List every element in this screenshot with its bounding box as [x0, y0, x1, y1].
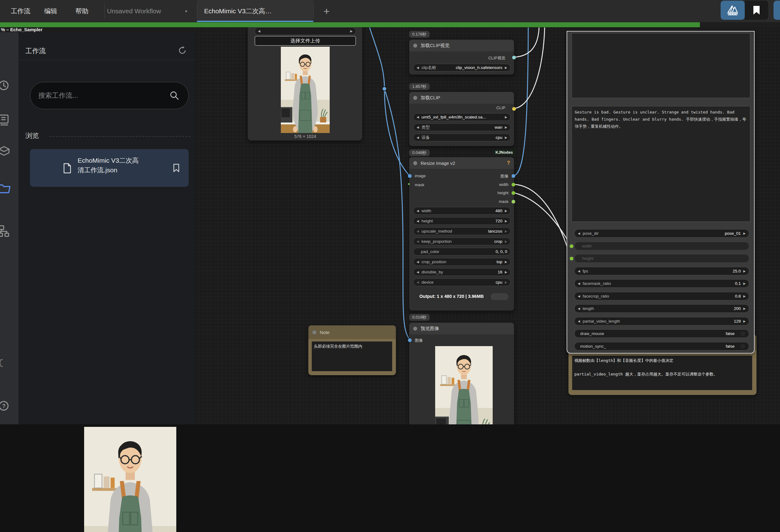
output-port-image[interactable] [511, 174, 515, 178]
prompt-textarea[interactable] [572, 33, 750, 98]
increment-arrow-icon[interactable]: ▶ [743, 320, 746, 323]
node-templates-icon[interactable] [0, 225, 10, 238]
input-port-image[interactable] [408, 338, 412, 342]
decrement-arrow-icon[interactable]: ◀ [417, 230, 419, 233]
decrement-arrow-icon[interactable]: ◀ [417, 260, 419, 263]
result-image[interactable] [84, 427, 176, 532]
widget-motion_sync_[interactable]: motion_sync_false [574, 342, 749, 350]
widget-length[interactable]: ◀length200▶ [574, 304, 749, 313]
increment-arrow-icon[interactable]: ▶ [505, 230, 507, 233]
increment-arrow-icon[interactable]: ▶ [743, 282, 746, 285]
source-image[interactable] [281, 47, 330, 133]
increment-arrow-icon[interactable]: ▶ [505, 66, 507, 69]
model-box-icon[interactable] [0, 144, 10, 157]
increment-arrow-icon[interactable]: ▶ [505, 270, 507, 274]
widget-[interactable]: ◀设备cpu▶ [413, 134, 510, 141]
widget-value[interactable]: ◀umt5_xxl_fp8_e4m3fn_scaled.sa...▶ [413, 113, 510, 121]
decrement-arrow-icon[interactable]: ◀ [417, 270, 419, 274]
menu-help[interactable]: 帮助 [76, 0, 89, 22]
help-icon[interactable]: ? [0, 400, 10, 412]
decrement-arrow-icon[interactable]: ◀ [417, 66, 419, 69]
refresh-icon[interactable] [178, 46, 187, 55]
combo-left-arrow-icon[interactable]: ◀ [258, 30, 260, 33]
decrement-arrow-icon[interactable]: ◀ [417, 136, 419, 139]
increment-arrow-icon[interactable]: ▶ [505, 126, 507, 129]
combo-right-arrow-icon[interactable]: ▶ [350, 30, 352, 33]
note-title-bar[interactable]: Note [308, 325, 396, 339]
decrement-arrow-icon[interactable]: ◀ [417, 219, 419, 223]
output-port-clip[interactable] [512, 107, 516, 111]
decrement-arrow-icon[interactable]: ◀ [578, 270, 580, 273]
widget-clip[interactable]: ◀clip名称clip_vision_h.safetensors▶ [413, 64, 510, 71]
decrement-arrow-icon[interactable]: ◀ [578, 282, 580, 285]
node-title-bar[interactable]: 预览图像 [409, 323, 514, 334]
decrement-arrow-icon[interactable]: ◀ [417, 115, 419, 119]
decrement-arrow-icon[interactable]: ◀ [578, 320, 580, 323]
widget-divisible_by[interactable]: ◀divisible_by16▶ [413, 268, 510, 276]
search-input[interactable] [38, 82, 168, 109]
tab-unsaved-workflow[interactable]: Unsaved Workflow [107, 0, 161, 22]
widget-pad_color[interactable]: pad_color0, 0, 0 [413, 248, 510, 255]
node-preview-image[interactable]: 预览图像 图像 [409, 322, 514, 424]
widget-width[interactable]: width [574, 242, 749, 250]
widget-partial_video_length[interactable]: ◀partial_video_length129▶ [574, 317, 749, 325]
decrement-arrow-icon[interactable]: ◀ [417, 209, 419, 212]
decrement-arrow-icon[interactable]: ◀ [578, 294, 580, 298]
increment-arrow-icon[interactable]: ▶ [505, 260, 507, 263]
node-load-clip[interactable]: 加载CLIP CLIP ◀umt5_xxl_fp8_e4m3fn_scaled.… [409, 92, 514, 146]
node-title-bar[interactable]: 加载CLIP [409, 92, 514, 104]
widget-height[interactable]: ◀height720▶ [413, 217, 510, 225]
brand-logo-button[interactable] [721, 1, 745, 20]
increment-arrow-icon[interactable]: ▶ [743, 294, 746, 298]
increment-arrow-icon[interactable]: ▶ [743, 307, 746, 310]
widget-pose_dir[interactable]: ◀pose_dirpose_01▶ [574, 229, 749, 238]
node-load-image[interactable]: ◀ ▶ 选择文件上传 576 × 1024 [247, 25, 362, 141]
input-port-image[interactable] [408, 174, 412, 178]
widget-crop_position[interactable]: ◀crop_positiontop▶ [413, 258, 510, 266]
node-load-clip-vision[interactable]: 加载CLIP视觉 CLIP视觉 ◀clip名称clip_vision_h.saf… [409, 39, 514, 75]
new-tab-button[interactable]: + [324, 5, 330, 17]
decrement-arrow-icon[interactable]: ◀ [417, 281, 419, 284]
tab-echomimic[interactable]: EchoMimic V3二次高… [204, 0, 272, 22]
node-note-head[interactable]: Note 头部必须完全在图片范围内 [308, 325, 396, 375]
output-port-mask[interactable] [511, 200, 515, 203]
queue-history-icon[interactable] [0, 79, 10, 92]
output-port-clip-vision[interactable] [512, 56, 516, 59]
gallery-icon[interactable] [0, 113, 10, 126]
widget-height[interactable]: height [574, 254, 749, 262]
widget-[interactable]: ◀类型wan▶ [413, 124, 510, 131]
decrement-arrow-icon[interactable]: ◀ [578, 307, 580, 310]
workflows-folder-icon[interactable] [0, 183, 11, 194]
menu-edit[interactable]: 编辑 [44, 0, 57, 22]
increment-arrow-icon[interactable]: ▶ [743, 270, 746, 273]
increment-arrow-icon[interactable]: ▶ [505, 209, 507, 212]
browse-section-label[interactable]: 浏览 [26, 131, 39, 140]
increment-arrow-icon[interactable]: ▶ [743, 232, 746, 235]
widget-facecrop_ratio[interactable]: ◀facecrop_ratio0.8▶ [574, 292, 749, 300]
input-port-mask[interactable] [408, 183, 410, 185]
upload-file-button[interactable]: 选择文件上传 [254, 36, 356, 46]
widget-device[interactable]: ◀devicecpu▶ [413, 278, 510, 286]
increment-arrow-icon[interactable]: ▶ [505, 115, 507, 119]
negative-prompt-textarea[interactable]: Gesture is bad. Gesture is unclear. Stra… [572, 106, 750, 222]
theme-toggle-icon[interactable]: ☾ [0, 357, 7, 369]
decrement-arrow-icon[interactable]: ◀ [578, 232, 580, 235]
output-port-height[interactable] [511, 191, 515, 195]
widget-fps[interactable]: ◀fps25.0▶ [574, 267, 749, 275]
input-port-width[interactable] [570, 244, 573, 248]
note-text[interactable]: 视频帧数由【length】和【音频长度】中的最小值决定 partial_vide… [572, 356, 752, 390]
decrement-arrow-icon[interactable]: ◀ [417, 240, 419, 243]
widget-upscale_method[interactable]: ◀upscale_methodlanczos▶ [413, 227, 510, 235]
edge-partial-button[interactable] [774, 1, 780, 20]
bookmark-icon[interactable] [173, 163, 180, 173]
widget-keep_proportion[interactable]: ◀keep_proportioncrop▶ [413, 238, 510, 245]
note-text[interactable]: 头部必须完全在图片范围内 [312, 341, 392, 371]
node-title-bar[interactable]: 加载CLIP视觉 [409, 40, 514, 51]
workflow-file-item[interactable]: EchoMimic V3二次高 清工作流.json [30, 149, 189, 187]
node-resize-image-v2[interactable]: Resize Image v2 ? image mask 图像 width he… [409, 157, 514, 311]
decrement-arrow-icon[interactable]: ◀ [417, 126, 419, 129]
increment-arrow-icon[interactable]: ▶ [505, 219, 507, 223]
help-icon[interactable]: ? [507, 160, 510, 166]
increment-arrow-icon[interactable]: ▶ [505, 240, 507, 243]
image-combo-widget[interactable]: ◀ ▶ [254, 27, 356, 35]
